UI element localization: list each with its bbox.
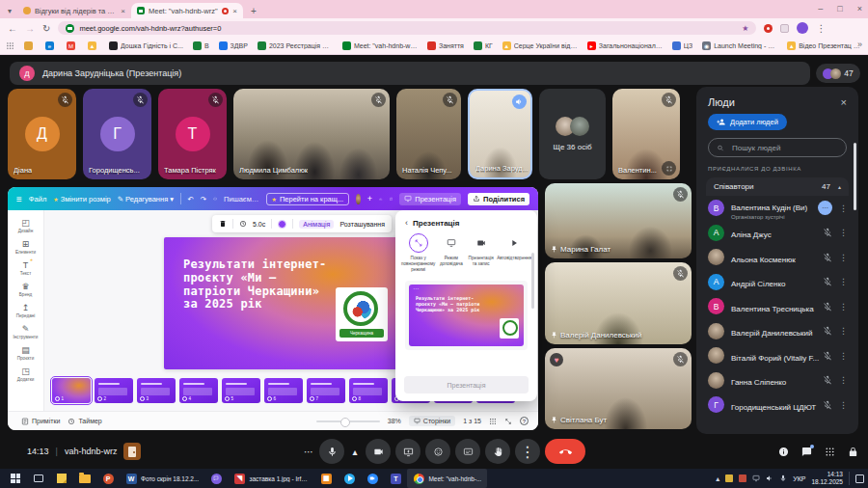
bookmark-item[interactable]: Дошка Гідність і С...: [109, 41, 183, 50]
bookmark-item[interactable]: В: [193, 41, 209, 50]
forward-icon[interactable]: →: [25, 23, 35, 34]
participant-count-cluster[interactable]: 47: [816, 64, 860, 83]
video-tile[interactable]: Людмила Цимбалюк Людмила Цимбалюк: [233, 89, 390, 179]
menu-resize[interactable]: ★Змінити розмір: [53, 195, 110, 203]
bookmark-item[interactable]: ЗДВР: [219, 41, 248, 50]
tray-mic-icon[interactable]: [779, 474, 787, 482]
browser-tab-1[interactable]: Відгуки від лідерів та наставн... ×: [17, 3, 131, 18]
bookmark-item[interactable]: e: [45, 41, 57, 50]
design-title[interactable]: Пишаємось тобою, рідн...: [224, 195, 258, 203]
undo-icon[interactable]: ↶: [187, 195, 193, 203]
window-maximize-icon[interactable]: □: [837, 4, 842, 14]
sidebar-item[interactable]: ✎ Інструменти: [8, 323, 43, 341]
video-tile[interactable]: Валентин... Валентин...: [612, 89, 680, 179]
browser-tab-2[interactable]: Meet: "vah-hdnb-wrz" ×: [131, 3, 243, 18]
host-actions-chip[interactable]: ⋯: [818, 201, 832, 215]
participant-menu-icon[interactable]: ⋮: [839, 203, 847, 213]
participant-menu-icon[interactable]: ⋮: [839, 326, 847, 336]
fullscreen-icon[interactable]: [504, 418, 512, 425]
mic-off-icon[interactable]: [823, 302, 832, 312]
reload-icon[interactable]: ↻: [42, 23, 50, 34]
apps-grid-icon[interactable]: [6, 41, 14, 50]
video-tile[interactable]: Д Діана Діана: [8, 89, 76, 179]
slide-thumbnail[interactable]: 1: [52, 378, 91, 403]
active-chrome-group[interactable]: Meet: "vah-hdnb-...: [407, 469, 487, 488]
mic-off-icon[interactable]: [823, 351, 832, 361]
bookmark-item[interactable]: M: [67, 41, 78, 50]
redo-icon[interactable]: ↷: [201, 195, 206, 203]
bookmark-item[interactable]: Заняття: [427, 41, 464, 50]
notes-button[interactable]: Примітки: [21, 418, 60, 425]
sidebar-item[interactable]: T Текст: [8, 259, 43, 278]
grid-view-icon[interactable]: [489, 418, 497, 425]
irfanview-window-label[interactable]: заставка 1.jpg - Irfa...: [249, 475, 309, 482]
option-autoplay[interactable]: Автовідтворення: [497, 233, 531, 274]
video-tile[interactable]: Наталія Чепу... Наталія Чепу...: [396, 89, 461, 179]
bookmark-item[interactable]: ▸ Загальнонаціональ...: [587, 41, 663, 50]
trash-icon[interactable]: [219, 220, 227, 228]
bookmark-item[interactable]: [24, 41, 36, 50]
canva-user-avatar[interactable]: [356, 194, 361, 204]
reactions-button[interactable]: [425, 439, 450, 464]
participant-menu-icon[interactable]: ⋮: [839, 375, 847, 385]
teams-icon[interactable]: T: [384, 469, 407, 488]
present-button[interactable]: Презентація: [399, 193, 461, 205]
sidebar-item[interactable]: ◳ Додатки: [8, 366, 43, 384]
raise-hand-button[interactable]: [485, 439, 510, 464]
extensions-icon[interactable]: [780, 24, 789, 33]
people-search[interactable]: [708, 138, 847, 157]
url-field[interactable]: meet.google.com/vah-hdnb-wrz?authuser=0 …: [58, 21, 756, 35]
zoom-level[interactable]: 38%: [388, 418, 401, 424]
mic-off-icon[interactable]: [823, 375, 832, 385]
zoom-slider[interactable]: [316, 420, 380, 422]
menu-editing[interactable]: ✎ Редагування ▾: [118, 195, 174, 203]
new-tab-button[interactable]: +: [251, 6, 257, 16]
back-icon[interactable]: ←: [8, 23, 17, 34]
bookmark-item[interactable]: ЦЗ: [672, 41, 692, 50]
popup-present-button[interactable]: Презентація: [404, 376, 529, 393]
zoom-icon[interactable]: [361, 469, 384, 488]
color-swatch[interactable]: [278, 220, 286, 229]
bookmark-item[interactable]: ▲: [88, 41, 99, 50]
slide-thumbnail[interactable]: 5: [222, 378, 260, 403]
breakout-door-icon[interactable]: [123, 443, 141, 460]
sticky-notes-icon[interactable]: [50, 469, 73, 488]
file-explorer-icon[interactable]: [73, 469, 96, 488]
cherkashchyna-logo[interactable]: Черкащина: [336, 287, 388, 341]
present-screen-button[interactable]: [395, 439, 420, 464]
camera-button[interactable]: [366, 439, 391, 464]
sidebar-item[interactable]: ♛ Бренд: [8, 281, 43, 299]
recording-extension-icon[interactable]: [764, 24, 773, 33]
slide-thumbnail[interactable]: 8: [349, 378, 388, 403]
sidebar-item[interactable]: ▤ Проєкти: [8, 344, 43, 363]
contributors-group-header[interactable]: Співавтори 47 ▴: [706, 177, 849, 196]
host-controls-lock-icon[interactable]: [848, 447, 858, 457]
side-video-tile[interactable]: ♥ Валерій Данилевський: [545, 262, 692, 344]
tray-chevron-icon[interactable]: ▴: [716, 474, 719, 483]
irfanview-icon[interactable]: ◥: [228, 469, 251, 488]
tray-volume-icon[interactable]: [766, 474, 773, 482]
viber-icon[interactable]: [204, 469, 228, 488]
video-tile[interactable]: Т Тамара Пістряк Тамара Пістряк: [158, 89, 227, 179]
cam-options-chevron-icon[interactable]: ▴: [349, 447, 361, 457]
bookmark-item[interactable]: ▲ Відео Презентац R...: [787, 41, 862, 50]
popup-scrollbar[interactable]: [531, 253, 534, 309]
popup-slide-preview[interactable]: ⋯ Результати інтернет-проєкту «Ми – патр…: [409, 285, 524, 346]
slide-thumbnail[interactable]: 3: [137, 378, 176, 403]
mic-off-icon[interactable]: [823, 277, 832, 286]
bookmark-item[interactable]: Meet: "vah-hdnb-wr...: [342, 41, 418, 50]
mic-off-icon[interactable]: [823, 253, 832, 262]
bookmark-item[interactable]: 2023 Реєстрація на...: [258, 41, 333, 50]
slide-canvas[interactable]: Результати інтернет-проєкту «Ми – патріо…: [164, 237, 398, 369]
mic-button[interactable]: [319, 439, 344, 464]
tray-app-icon-1[interactable]: [725, 474, 733, 482]
taskbar-clock[interactable]: 14:13 18.12.2025: [811, 471, 843, 486]
browser-menu-icon[interactable]: ⋮: [816, 23, 826, 34]
slide-title-text[interactable]: Результати інтернет-проєкту «Ми – патріо…: [183, 258, 338, 312]
window-minimize-icon[interactable]: –: [818, 4, 823, 14]
upgrade-button[interactable]: ★Перейти на кращ...: [266, 193, 350, 205]
sidebar-item[interactable]: ↥ Передані: [8, 302, 43, 320]
language-indicator[interactable]: УКР: [793, 475, 805, 482]
tray-display-icon[interactable]: [752, 474, 760, 482]
slide-duration[interactable]: 5.0с: [253, 221, 265, 228]
